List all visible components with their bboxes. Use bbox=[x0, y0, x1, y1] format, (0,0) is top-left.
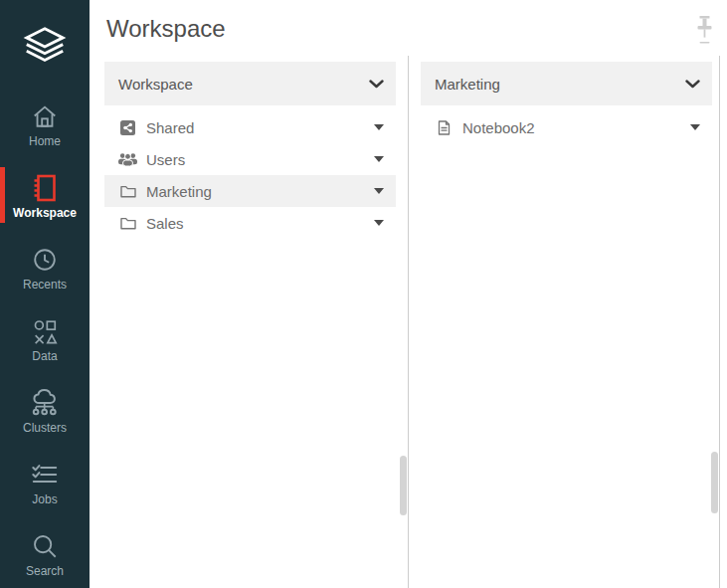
sidebar-item-search[interactable]: Search bbox=[0, 523, 90, 588]
pin-icon[interactable] bbox=[696, 16, 714, 46]
sidebar-item-workspace[interactable]: Workspace bbox=[0, 165, 90, 237]
clock-icon bbox=[31, 244, 59, 276]
right-edge-divider bbox=[719, 56, 720, 588]
scrollbar-thumb[interactable] bbox=[711, 452, 718, 513]
column-divider bbox=[408, 56, 409, 588]
column-title: Marketing bbox=[435, 76, 500, 93]
sidebar-item-label: Data bbox=[32, 349, 57, 363]
marketing-item-list: Notebook2 bbox=[421, 111, 712, 143]
caret-down-icon[interactable] bbox=[690, 124, 700, 130]
sidebar-item-home[interactable]: Home bbox=[0, 94, 90, 165]
caret-down-icon[interactable] bbox=[374, 220, 384, 226]
sidebar-item-label: Workspace bbox=[13, 206, 77, 220]
users-icon bbox=[118, 152, 137, 166]
workspace-item-list: Shared Users bbox=[104, 111, 396, 239]
tree-item-label: Shared bbox=[146, 119, 194, 136]
column-title: Workspace bbox=[118, 76, 193, 93]
tree-item-label: Users bbox=[146, 151, 185, 168]
sidebar-item-label: Search bbox=[26, 564, 64, 578]
sidebar-item-label: Recents bbox=[23, 278, 67, 292]
folder-icon bbox=[118, 185, 137, 198]
scrollbar-thumb[interactable] bbox=[400, 456, 407, 515]
workspace-column: Workspace bbox=[104, 62, 396, 239]
sidebar-item-label: Jobs bbox=[32, 492, 57, 506]
search-icon bbox=[31, 530, 59, 562]
notebook-icon bbox=[30, 172, 60, 204]
notebook-file-icon bbox=[435, 120, 454, 135]
workspace-screen: Home Workspace Recents bbox=[0, 0, 727, 588]
tree-item-label: Sales bbox=[146, 215, 184, 232]
marketing-column-header[interactable]: Marketing bbox=[421, 62, 712, 105]
tree-item-notebook2[interactable]: Notebook2 bbox=[421, 111, 712, 143]
folder-icon bbox=[118, 217, 137, 230]
shapes-icon bbox=[31, 315, 59, 347]
sidebar-item-label: Clusters bbox=[23, 421, 67, 435]
chevron-down-icon bbox=[369, 80, 384, 89]
tree-item-shared[interactable]: Shared bbox=[104, 111, 396, 143]
chevron-down-icon bbox=[685, 80, 700, 89]
databricks-logo[interactable] bbox=[0, 0, 90, 94]
page-title: Workspace bbox=[106, 14, 226, 44]
app-sidebar: Home Workspace Recents bbox=[0, 0, 90, 588]
tree-item-users[interactable]: Users bbox=[104, 143, 396, 175]
marketing-column: Marketing Notebook2 bbox=[421, 62, 712, 143]
tree-item-label: Marketing bbox=[146, 183, 212, 200]
tree-item-sales[interactable]: Sales bbox=[104, 207, 396, 239]
home-icon bbox=[31, 100, 59, 132]
cluster-icon bbox=[30, 387, 60, 419]
sidebar-item-clusters[interactable]: Clusters bbox=[0, 380, 90, 452]
caret-down-icon[interactable] bbox=[374, 188, 384, 194]
checklist-icon bbox=[31, 459, 59, 490]
workspace-column-header[interactable]: Workspace bbox=[104, 62, 396, 105]
tree-item-marketing[interactable]: Marketing bbox=[104, 175, 396, 207]
sidebar-item-label: Home bbox=[29, 134, 61, 148]
sidebar-item-data[interactable]: Data bbox=[0, 308, 90, 380]
caret-down-icon[interactable] bbox=[374, 156, 384, 162]
sidebar-item-jobs[interactable]: Jobs bbox=[0, 452, 90, 523]
caret-down-icon[interactable] bbox=[374, 124, 384, 130]
share-icon bbox=[118, 120, 137, 135]
main-content: Workspace Workspace bbox=[90, 0, 727, 588]
tree-item-label: Notebook2 bbox=[462, 119, 535, 136]
sidebar-item-recents[interactable]: Recents bbox=[0, 237, 90, 308]
